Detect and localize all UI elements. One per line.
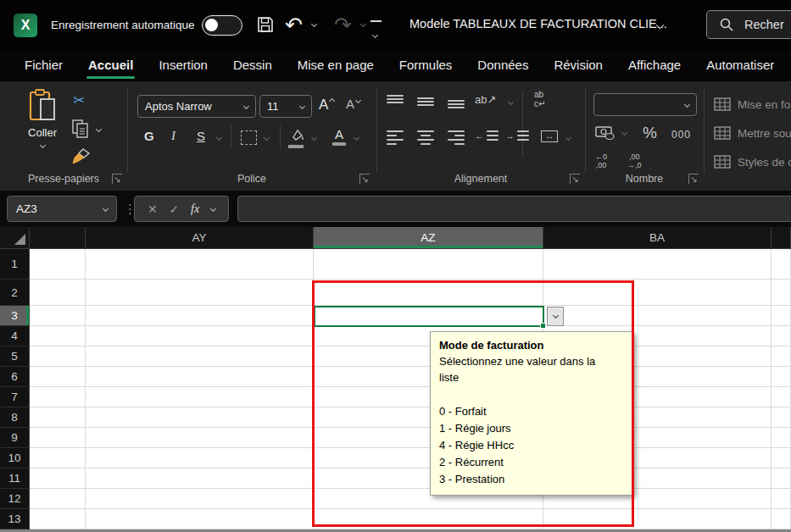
underline-chevron-icon[interactable]: [216, 135, 222, 141]
cell[interactable]: [543, 509, 772, 529]
number-format-select[interactable]: [593, 93, 697, 116]
tab-révision[interactable]: Révision: [541, 51, 616, 81]
fill-color-icon[interactable]: [288, 129, 305, 148]
thousands-separator-icon[interactable]: 000: [671, 129, 691, 141]
cell-dropdown-button[interactable]: [547, 307, 564, 326]
font-color-chevron-icon[interactable]: [354, 135, 359, 141]
fill-color-chevron-icon[interactable]: [311, 135, 317, 141]
cell[interactable]: [86, 346, 314, 367]
cell[interactable]: [30, 249, 86, 280]
cell[interactable]: [772, 367, 791, 387]
column-header-ba[interactable]: BA: [543, 227, 772, 249]
cell[interactable]: [543, 306, 772, 326]
cell-mode-facturation[interactable]: MODE_FACTURATION: [314, 280, 543, 306]
undo-chevron-icon[interactable]: [311, 21, 317, 27]
cell[interactable]: [86, 249, 314, 280]
cancel-icon[interactable]: ✕: [148, 202, 158, 216]
tab-affichage[interactable]: Affichage: [616, 51, 694, 81]
align-center-icon[interactable]: [417, 130, 434, 145]
cell[interactable]: [772, 326, 791, 346]
conditional-formatting-button[interactable]: Mise en fo: [714, 90, 791, 119]
increase-indent-icon[interactable]: →: [505, 130, 529, 141]
column-header-ay[interactable]: AY: [86, 227, 314, 249]
clipboard-dialog-launcher-icon[interactable]: ↘: [112, 174, 122, 184]
format-painter-icon[interactable]: [71, 147, 92, 169]
cell[interactable]: [86, 489, 314, 509]
align-left-icon[interactable]: [387, 130, 404, 145]
fx-chevron-icon[interactable]: [210, 206, 216, 212]
tab-dessin[interactable]: Dessin: [220, 51, 285, 81]
cell[interactable]: [30, 280, 86, 306]
row-header-11[interactable]: 11: [0, 468, 30, 489]
decrease-decimal-icon[interactable]: ←0,00: [595, 152, 607, 169]
cell[interactable]: [772, 306, 791, 326]
formula-input[interactable]: [237, 196, 791, 222]
align-bottom-icon[interactable]: [448, 95, 465, 108]
cell[interactable]: [772, 428, 791, 448]
cell[interactable]: [30, 448, 86, 468]
paste-button[interactable]: Coller: [17, 88, 68, 168]
cell[interactable]: [772, 249, 791, 280]
enter-icon[interactable]: ✓: [170, 202, 180, 216]
format-as-table-button[interactable]: Mettre sou: [714, 119, 791, 147]
currency-icon[interactable]: [595, 125, 616, 144]
cell[interactable]: [30, 387, 86, 407]
row-header-13[interactable]: 13: [0, 509, 30, 529]
cell[interactable]: [314, 509, 543, 529]
row-header-7[interactable]: 7: [0, 387, 30, 407]
fill-handle[interactable]: [540, 323, 546, 329]
cell[interactable]: [30, 428, 86, 448]
cell[interactable]: [30, 468, 86, 489]
active-cell-selection[interactable]: [314, 306, 544, 327]
cell[interactable]: [86, 306, 314, 326]
column-header-rest[interactable]: [772, 227, 791, 249]
cell[interactable]: [772, 387, 791, 407]
orientation-icon[interactable]: ab↗: [475, 93, 496, 106]
italic-button[interactable]: I: [171, 129, 175, 143]
orientation-chevron-icon[interactable]: [508, 99, 514, 105]
excel-logo-icon[interactable]: X: [14, 14, 37, 37]
borders-chevron-icon[interactable]: [264, 135, 270, 141]
copy-chevron-icon[interactable]: [96, 126, 102, 132]
merge-center-icon[interactable]: ↔: [541, 130, 558, 142]
cell-partial-header[interactable]: A_: [772, 280, 791, 306]
increase-font-icon[interactable]: A: [319, 97, 334, 114]
bold-button[interactable]: G: [144, 129, 154, 143]
save-icon[interactable]: [256, 15, 275, 37]
cell[interactable]: [772, 509, 791, 529]
row-header-12[interactable]: 12: [0, 489, 30, 509]
cell[interactable]: [543, 249, 772, 280]
row-header-10[interactable]: 10: [0, 448, 30, 468]
row-header-9[interactable]: 9: [0, 428, 30, 448]
font-name-select[interactable]: Aptos Narrow: [137, 95, 256, 118]
cell[interactable]: [30, 346, 86, 367]
tab-fichier[interactable]: Fichier: [12, 51, 75, 81]
font-dialog-launcher-icon[interactable]: ↘: [359, 174, 370, 184]
align-middle-icon[interactable]: [417, 95, 434, 108]
tab-insertion[interactable]: Insertion: [146, 51, 220, 81]
font-color-icon[interactable]: A: [332, 127, 346, 146]
tab-formules[interactable]: Formules: [387, 51, 465, 81]
cell[interactable]: [86, 509, 314, 529]
row-header-6[interactable]: 6: [0, 367, 30, 387]
cell[interactable]: [86, 367, 314, 387]
cell[interactable]: [30, 489, 86, 509]
row-header-8[interactable]: 8: [0, 407, 30, 428]
decrease-indent-icon[interactable]: ←: [475, 130, 499, 141]
cell-numero-facture[interactable]: NUMERO_FACTURE: [543, 280, 772, 306]
cell[interactable]: [772, 346, 791, 367]
currency-chevron-icon[interactable]: [621, 130, 627, 136]
wrap-text-icon[interactable]: abc↵: [534, 90, 545, 108]
quick-access-toolbar-icon[interactable]: [370, 20, 382, 41]
cell[interactable]: [86, 468, 314, 489]
cell[interactable]: [772, 448, 791, 468]
tab-automatiser[interactable]: Automatiser: [694, 51, 787, 81]
autosave-toggle[interactable]: [202, 15, 242, 36]
cell[interactable]: [314, 249, 543, 280]
cell[interactable]: [772, 489, 791, 509]
cell[interactable]: [86, 407, 314, 428]
alignment-dialog-launcher-icon[interactable]: ↘: [570, 174, 580, 184]
cell-libre5[interactable]: LIBRE_5: [86, 280, 314, 306]
column-header-partial[interactable]: [30, 227, 86, 249]
row-header-3[interactable]: 3: [0, 306, 30, 326]
